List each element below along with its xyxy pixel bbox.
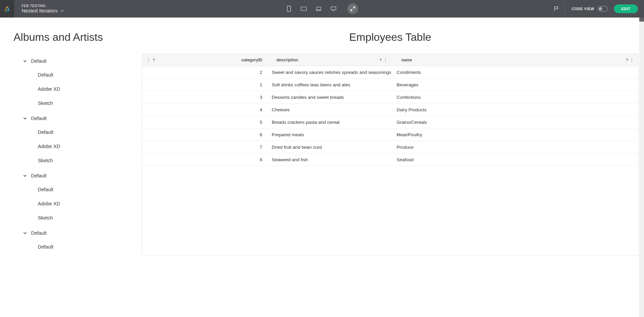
tree-group: DefaultDefaultAdobe XDSketch — [14, 169, 128, 225]
arrow-up-icon — [152, 58, 156, 62]
tree-children: DefaultAdobe XDSketch — [14, 68, 128, 110]
table-row[interactable]: 7Dried fruit and bean curdProduce — [142, 141, 638, 153]
svg-point-14 — [632, 61, 632, 61]
table-row[interactable]: 3Desserts candies and sweet breadsConfec… — [142, 91, 638, 104]
toggle-switch — [598, 6, 608, 11]
svg-point-7 — [148, 59, 149, 60]
flag-icon — [554, 6, 559, 11]
tree-group-header[interactable]: Default — [14, 226, 128, 240]
cell-id: 8 — [142, 157, 267, 162]
employees-title: Employees Table — [142, 31, 639, 44]
svg-rect-4 — [331, 7, 336, 10]
tree-children: DefaultAdobe XDSketch — [14, 125, 128, 168]
arrow-up-icon — [379, 58, 382, 62]
tree-group: DefaultDefault — [14, 226, 128, 254]
cell-name: Grains/Cereals — [392, 120, 638, 125]
albums-tree: DefaultDefaultAdobe XDSketchDefaultDefau… — [14, 54, 128, 254]
edit-button[interactable]: EDIT — [614, 4, 638, 13]
page-title-label: Nested Iterators — [22, 8, 58, 13]
tree-item[interactable]: Default — [32, 240, 128, 254]
cell-description: Breads crackers pasta and cereal — [267, 120, 392, 125]
table-row[interactable]: 1Soft drinks coffees teas beers and ales… — [142, 79, 638, 91]
cell-name: Confections — [392, 95, 638, 100]
column-label-name: name — [397, 58, 412, 62]
chevron-down-icon — [23, 231, 27, 235]
svg-point-13 — [632, 59, 632, 60]
scrollbar[interactable] — [639, 18, 644, 317]
viewport-phone-button[interactable] — [286, 6, 292, 11]
cell-id: 5 — [142, 120, 267, 125]
tree-item[interactable]: Sketch — [32, 211, 128, 225]
more-vertical-icon — [630, 58, 634, 62]
svg-point-11 — [385, 61, 386, 61]
cell-description: Dried fruit and bean curd — [267, 145, 392, 150]
cell-id: 1 — [142, 82, 267, 87]
cell-description: Soft drinks coffees teas beers and ales — [267, 82, 392, 87]
svg-point-6 — [148, 58, 149, 59]
app-builder-icon — [4, 5, 10, 12]
table-row[interactable]: 2Sweet and savory sauces relishes spread… — [142, 66, 638, 79]
viewport-switcher — [286, 3, 358, 14]
brand-logo[interactable] — [0, 0, 14, 18]
viewport-tablet-button[interactable] — [301, 6, 307, 11]
page-title-dropdown[interactable]: Nested Iterators — [22, 8, 64, 13]
cell-name: Condiments — [392, 70, 638, 75]
scrollbar-thumb[interactable] — [639, 18, 644, 22]
header-actions: CODE VIEW EDIT — [554, 4, 644, 13]
svg-rect-2 — [316, 7, 321, 10]
divider — [565, 5, 565, 13]
project-name: FEB TESTING — [22, 4, 64, 8]
column-label-description: description — [272, 58, 298, 62]
arrow-up-icon — [625, 58, 629, 62]
svg-point-8 — [148, 61, 149, 61]
column-label-id: categoryID — [241, 58, 262, 62]
project-breadcrumb: FEB TESTING Nested Iterators — [14, 4, 64, 13]
column-header-name[interactable]: name — [392, 58, 638, 62]
viewport-fullscreen-button[interactable] — [347, 3, 358, 14]
column-header-id[interactable]: categoryID — [142, 58, 267, 62]
more-vertical-icon — [147, 58, 150, 62]
cell-description: Seaweed and fish — [267, 157, 392, 162]
tree-group-header[interactable]: Default — [14, 112, 128, 125]
grid-header: categoryID description name — [142, 54, 638, 66]
viewport-laptop-button[interactable] — [316, 6, 322, 11]
table-row[interactable]: 6Prepared meatsMeat/Poultry — [142, 128, 638, 141]
tree-children: Default — [14, 240, 128, 254]
tree-item[interactable]: Sketch — [32, 96, 128, 110]
table-row[interactable]: 4CheesesDairy Products — [142, 104, 638, 116]
cell-description: Sweet and savory sauces relishes spreads… — [267, 70, 392, 75]
tree-group-header[interactable]: Default — [14, 54, 128, 68]
tree-item[interactable]: Adobe XD — [32, 197, 128, 211]
cell-id: 2 — [142, 70, 267, 75]
more-vertical-icon — [384, 58, 387, 62]
table-row[interactable]: 5Breads crackers pasta and cerealGrains/… — [142, 116, 638, 128]
code-view-toggle[interactable]: CODE VIEW — [571, 6, 608, 11]
grid-body: 2Sweet and savory sauces relishes spread… — [142, 66, 638, 166]
viewport-desktop-button[interactable] — [330, 6, 337, 11]
tree-item[interactable]: Adobe XD — [32, 139, 128, 153]
tree-item[interactable]: Adobe XD — [32, 82, 128, 96]
tree-group-label: Default — [31, 173, 47, 178]
app-header: FEB TESTING Nested Iterators — [0, 0, 644, 18]
tree-item[interactable]: Sketch — [32, 153, 128, 168]
laptop-icon — [316, 6, 322, 11]
cell-id: 4 — [142, 107, 267, 112]
column-header-description[interactable]: description — [267, 58, 392, 62]
albums-title: Albums and Artists — [14, 31, 128, 44]
cell-name: Meat/Poultry — [392, 132, 638, 137]
tree-group-header[interactable]: Default — [14, 169, 128, 182]
cell-id: 6 — [142, 132, 267, 137]
tree-item[interactable]: Default — [32, 125, 128, 139]
feedback-button[interactable] — [554, 6, 559, 11]
cell-id: 7 — [142, 145, 267, 150]
tree-item[interactable]: Default — [32, 182, 128, 197]
cell-description: Desserts candies and sweet breads — [267, 95, 392, 100]
svg-point-12 — [632, 58, 632, 59]
chevron-down-icon — [23, 174, 27, 178]
cell-name: Seafood — [392, 157, 638, 162]
svg-point-10 — [385, 59, 386, 60]
tree-item[interactable]: Default — [32, 68, 128, 82]
table-row[interactable]: 8Seaweed and fishSeafood — [142, 153, 638, 166]
tree-group-label: Default — [31, 230, 47, 236]
svg-point-9 — [385, 58, 386, 59]
